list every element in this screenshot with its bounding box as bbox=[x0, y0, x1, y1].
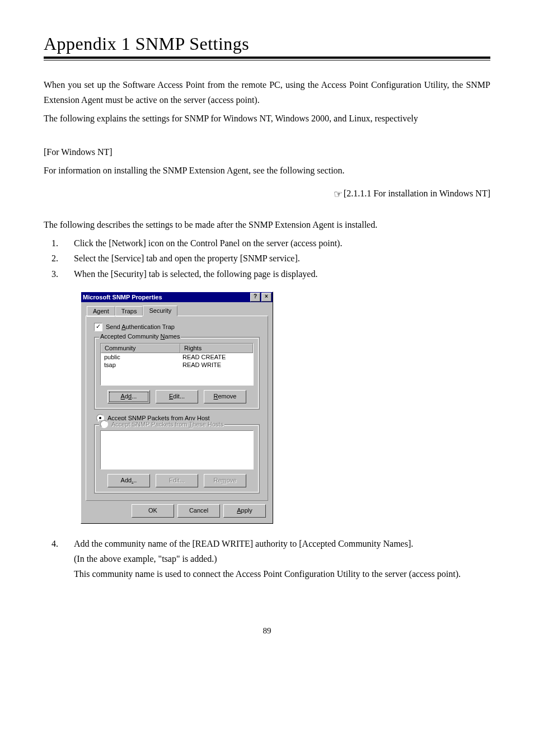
tab-security[interactable]: Security bbox=[143, 306, 177, 316]
after-install-text: The following describes the settings to … bbox=[44, 217, 490, 232]
list-item: 1. Click the [Network] icon on the Contr… bbox=[44, 236, 490, 251]
send-auth-trap-option[interactable]: ✓ Send Authentication Trap bbox=[94, 323, 260, 331]
send-auth-trap-label: Send Authentication Trap bbox=[106, 323, 175, 330]
group-title: Accepted Community Names bbox=[99, 333, 181, 340]
tab-strip: Agent Traps Security bbox=[86, 306, 268, 316]
step-text: When the [Security] tab is selected, the… bbox=[74, 266, 490, 281]
cell-community: tsap bbox=[101, 361, 179, 369]
appendix-title: Appendix 1 SNMP Settings bbox=[44, 34, 490, 54]
security-panel: ✓ Send Authentication Trap Accepted Comm… bbox=[86, 316, 268, 501]
checkbox-checked-icon[interactable]: ✓ bbox=[94, 323, 102, 331]
dialog-title: Microsoft SNMP Properties bbox=[83, 294, 249, 300]
step-number: 3. bbox=[51, 266, 65, 281]
cell-community: public bbox=[101, 353, 179, 361]
list-item: 3. When the [Security] tab is selected, … bbox=[44, 266, 490, 281]
step-text: Select the [Service] tab and open the pr… bbox=[74, 251, 490, 266]
windows-nt-p1: For information on installing the SNMP E… bbox=[44, 163, 490, 178]
step-number: 2. bbox=[51, 251, 65, 266]
table-row[interactable]: public READ CREATE bbox=[101, 353, 253, 361]
title-rule-thin bbox=[44, 60, 490, 60]
list-item: 4. Add the community name of the [READ W… bbox=[44, 536, 490, 582]
col-header-community[interactable]: Community bbox=[101, 344, 180, 353]
edit-community-button[interactable]: Edit... bbox=[156, 390, 198, 403]
pointer-icon: ☞ bbox=[334, 189, 341, 200]
accepted-community-names-group: Accepted Community Names Community Right… bbox=[94, 337, 260, 410]
step-number: 4. bbox=[51, 536, 65, 582]
help-button[interactable]: ? bbox=[250, 293, 260, 302]
radio-unselected-icon[interactable] bbox=[100, 420, 108, 428]
cell-rights: READ CREATE bbox=[179, 353, 253, 361]
community-listbox[interactable]: Community Rights public READ CREATE tsap… bbox=[100, 343, 254, 386]
cross-reference: ☞ [2.1.1.1 For installation in Windows N… bbox=[44, 188, 490, 200]
step-text: Click the [Network] icon on the Control … bbox=[74, 236, 490, 251]
add-community-button[interactable]: Add... bbox=[107, 390, 150, 403]
remove-host-button: Remove bbox=[204, 474, 246, 487]
accept-these-hosts-label: Accept SNMP Packets from These Hosts bbox=[111, 421, 223, 428]
intro-paragraph-1: When you set up the Software Access Poin… bbox=[44, 77, 490, 107]
intro-paragraph-2: The following explains the settings for … bbox=[44, 111, 490, 126]
dialog-titlebar: Microsoft SNMP Properties ? × bbox=[81, 292, 273, 302]
remove-community-button[interactable]: Remove bbox=[204, 390, 246, 403]
steps-list-cont: 4. Add the community name of the [READ W… bbox=[44, 536, 490, 582]
list-item: 2. Select the [Service] tab and open the… bbox=[44, 251, 490, 266]
table-row[interactable]: tsap READ WRITE bbox=[101, 361, 253, 369]
col-header-rights[interactable]: Rights bbox=[180, 344, 253, 353]
close-button[interactable]: × bbox=[261, 293, 271, 302]
title-rule-thick bbox=[44, 57, 490, 59]
edit-host-button: Edit... bbox=[156, 474, 198, 487]
cross-reference-text: [2.1.1.1 For installation in Windows NT] bbox=[344, 189, 490, 198]
page-number: 89 bbox=[44, 626, 490, 636]
windows-nt-heading: [For Windows NT] bbox=[44, 144, 490, 159]
step-number: 1. bbox=[51, 236, 65, 251]
snmp-properties-dialog: Microsoft SNMP Properties ? × Agent Trap… bbox=[81, 292, 273, 524]
step-text: Add the community name of the [READ WRIT… bbox=[74, 536, 490, 582]
accept-these-hosts-group: Accept SNMP Packets from These Hosts Add… bbox=[94, 424, 260, 494]
cancel-button[interactable]: Cancel bbox=[177, 504, 220, 518]
hosts-listbox[interactable] bbox=[100, 430, 254, 469]
add-host-button[interactable]: Add... bbox=[107, 474, 150, 487]
apply-button[interactable]: Apply bbox=[223, 504, 266, 518]
steps-list: 1. Click the [Network] icon on the Contr… bbox=[44, 236, 490, 281]
ok-button[interactable]: OK bbox=[132, 504, 174, 518]
cell-rights: READ WRITE bbox=[179, 361, 253, 369]
group-title-radio[interactable]: Accept SNMP Packets from These Hosts bbox=[99, 420, 224, 428]
